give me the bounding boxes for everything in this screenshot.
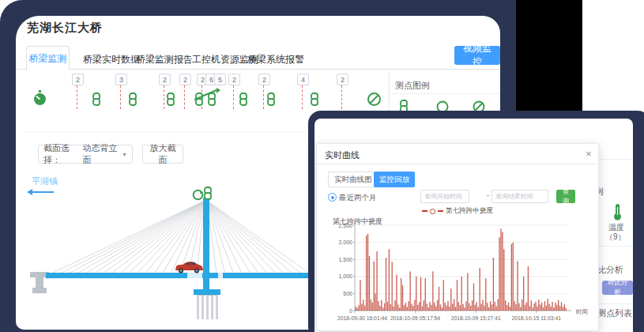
svg-text:1,000: 1,000 (338, 274, 352, 279)
svg-text:1,500: 1,500 (338, 257, 352, 262)
sensor-dashed-line (120, 85, 121, 109)
deflection-chart: 05001,0001,5002,0002,5002018-09-30 16:01… (323, 223, 596, 327)
enlarge-section-button[interactable]: 放大截面 (142, 145, 183, 164)
sensor-count-badge[interactable]: 2 (228, 74, 240, 85)
legend-line (422, 210, 427, 212)
sensor-dashed-line (341, 85, 342, 109)
svg-text:2,500: 2,500 (338, 223, 352, 228)
recent-two-months-label[interactable]: 最近两个月 (339, 193, 377, 203)
deck-gap (218, 273, 223, 278)
legend-marker-icon (430, 209, 435, 214)
link-icon[interactable] (239, 92, 248, 109)
no-entry-icon[interactable] (367, 92, 382, 110)
bridge-side-label: 平湖镇 (32, 175, 58, 187)
sensor-count-badge[interactable]: 2 (337, 74, 348, 85)
sensor-count-badge[interactable]: 3 (115, 74, 127, 85)
sensor-dashed-line (184, 85, 185, 109)
thermometer-icon (612, 202, 623, 224)
chart-legend[interactable]: 第七跨跨中挠度 (317, 206, 598, 216)
sensor-count-badge[interactable]: 4 (297, 74, 309, 85)
query-button[interactable]: 查询 (556, 190, 575, 203)
legend-line (438, 210, 443, 212)
sensor-count-badge[interactable]: 2 (159, 74, 171, 85)
sensor-count-badge[interactable]: 2 (258, 74, 270, 85)
legend-panel-title: 测点图例 (395, 80, 430, 92)
close-icon[interactable]: × (586, 149, 592, 159)
link-icon (203, 187, 213, 203)
sensor-count-badge[interactable]: 2 (72, 74, 84, 85)
left-arrow-line (32, 191, 54, 193)
section-select[interactable]: 截面选择： 动态背立面 ▼ (38, 145, 133, 164)
range-separator: - (487, 191, 489, 199)
svg-text:2,000: 2,000 (338, 240, 352, 245)
section-select-value: 动态背立面 (83, 142, 119, 166)
svg-text:2018-10-15 11:03:41: 2018-10-15 11:03:41 (511, 315, 561, 321)
sensor-dashed-line (77, 85, 77, 109)
temperature-count: （9） (605, 232, 626, 243)
car-image (173, 260, 205, 277)
left-pier-base (32, 288, 47, 293)
section-select-label: 截面选择： (43, 142, 80, 166)
modal-title: 实时曲线 (325, 149, 360, 161)
tower-piles (197, 295, 218, 319)
gauge-icon[interactable] (32, 90, 47, 109)
svg-text:2018-10-05 05:17:54: 2018-10-05 05:17:54 (390, 315, 440, 321)
left-pier-stem (36, 277, 43, 289)
tab-realtime-curve[interactable]: 实时曲线图 (328, 172, 378, 187)
link-icon[interactable] (266, 92, 276, 109)
svg-text:2018-09-30 16:01:44: 2018-09-30 16:01:44 (337, 315, 387, 321)
rotation-sensor-icon (192, 189, 204, 204)
recent-two-months-radio[interactable] (328, 193, 337, 202)
svg-text:500: 500 (343, 291, 352, 296)
tower-crossbeam (194, 289, 220, 295)
radio-dot (331, 196, 334, 199)
sensor-dashed-line (164, 85, 164, 109)
bridge-cables (24, 194, 312, 275)
sensor-count-badge[interactable]: 5 (214, 74, 226, 85)
realtime-curve-modal: 实时曲线 × 实时曲线图 监控回放 最近两个月 查询开始时间 - 查询结束时间 … (316, 143, 599, 331)
chevron-down-icon: ▼ (122, 152, 127, 157)
tab-monitor-playback[interactable]: 监控回放 (374, 172, 415, 187)
link-icon[interactable] (310, 92, 319, 109)
sensor-dashed-line (233, 85, 234, 109)
legend-panel-divider (389, 73, 390, 111)
link-icon[interactable] (92, 92, 101, 109)
incline-sensor-icon (193, 87, 221, 104)
compare-analysis-button[interactable]: 对比分析 (602, 281, 633, 295)
sensor-dashed-line (302, 85, 303, 109)
modal-header-divider (317, 164, 597, 164)
legend-panel-underline (391, 93, 500, 94)
legend-label: 第七跨跨中挠度 (446, 206, 493, 216)
link-icon[interactable] (128, 92, 137, 109)
query-start-time-input[interactable]: 查询开始时间 (420, 190, 469, 203)
sensor-dashed-line (263, 85, 264, 109)
link-icon[interactable] (166, 92, 175, 109)
query-end-time-input[interactable]: 查询结束时间 (491, 190, 548, 203)
screenshot-stage: 芜湖长江大桥 桥梁监测 桥梁实时数据 桥梁监测报告 工控机资源监测 桥梁系统报警… (0, 0, 644, 332)
svg-text:时间: 时间 (576, 308, 588, 315)
svg-text:0: 0 (349, 308, 352, 314)
svg-text:2018-10-09 15:27:41: 2018-10-09 15:27:41 (451, 315, 501, 321)
sensor-count-badge[interactable]: 2 (179, 74, 191, 85)
